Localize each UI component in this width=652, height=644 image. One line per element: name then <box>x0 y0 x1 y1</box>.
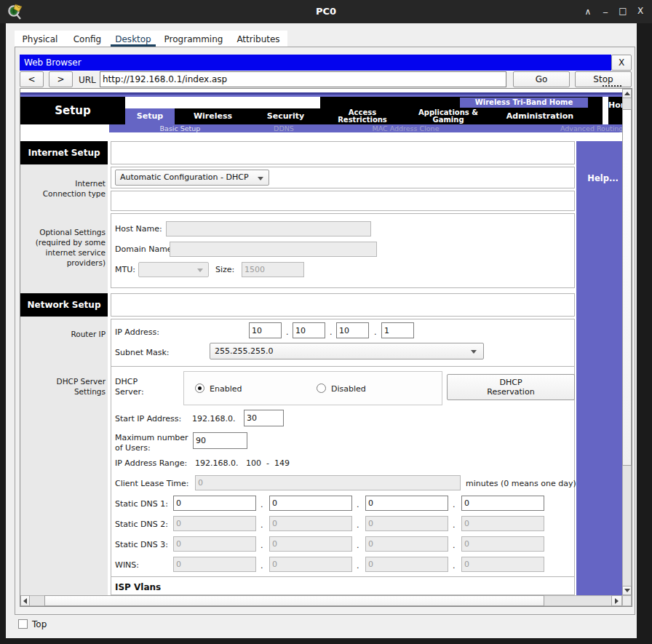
section-divider <box>111 366 574 367</box>
dns2-octet-4[interactable] <box>461 516 544 531</box>
minimize-button[interactable]: _ <box>600 3 611 13</box>
wins-octet-4[interactable] <box>461 557 544 572</box>
close-window-button[interactable]: X <box>635 6 646 16</box>
dhcp-disabled-radio[interactable] <box>317 383 326 393</box>
host-name-input[interactable] <box>166 221 371 236</box>
dhcp-server-label-line1: DHCP <box>115 377 138 386</box>
ip-octet-2-input[interactable] <box>293 322 325 338</box>
triangle-down-icon <box>624 589 630 592</box>
page-section-box: Setup <box>20 97 125 124</box>
vertical-scroll-thumb[interactable] <box>622 109 632 466</box>
section-divider <box>111 576 574 577</box>
tab-physical[interactable]: Physical <box>18 31 62 47</box>
ip-octet-3-input[interactable] <box>336 322 369 338</box>
optional-label-line4: providers) <box>24 258 106 267</box>
browser-close-button[interactable]: X <box>611 55 632 71</box>
browser-title: Web Browser <box>24 57 82 68</box>
window-titlebar: PC0 ∧ _ □ X <box>0 0 652 23</box>
scroll-left-button[interactable] <box>20 595 30 606</box>
wins-octet-3[interactable] <box>365 557 448 572</box>
isp-vlans-heading: ISP Vlans <box>115 582 161 592</box>
domain-name-input[interactable] <box>170 242 377 257</box>
scrollbar-corner <box>622 595 632 606</box>
dns2-octet-3[interactable] <box>365 516 448 531</box>
tab-programming[interactable]: Programming <box>162 31 226 47</box>
horizontal-scroll-thumb[interactable] <box>44 595 544 606</box>
lease-time-suffix: minutes (0 means one day) <box>466 479 576 488</box>
subnav-mac-address-clone[interactable]: MAC Address Clone <box>364 124 448 132</box>
dns3-octet-3[interactable] <box>365 536 448 552</box>
dhcp-enabled-label: Enabled <box>210 384 242 394</box>
subnav-ddns[interactable]: DDNS <box>262 124 306 132</box>
wins-octet-1[interactable] <box>173 557 256 572</box>
shade-button[interactable]: ∧ <box>582 7 594 17</box>
ip-address-label: IP Address: <box>115 327 159 337</box>
dns1-octet-2[interactable] <box>269 496 352 511</box>
internet-connection-label-line1: Internet <box>29 179 106 188</box>
nav-administration[interactable]: Administration <box>489 108 591 124</box>
mtu-label: MTU: <box>115 265 135 274</box>
subnav-basic-setup[interactable]: Basic Setup <box>146 124 215 132</box>
mtu-select[interactable] <box>138 262 209 277</box>
dns2-octet-1[interactable] <box>173 516 256 531</box>
dns1-octet-1[interactable] <box>173 496 256 511</box>
network-setup-spacer-box <box>111 293 575 317</box>
brand-overflow-box: Hor <box>608 97 622 124</box>
mtu-size-label: Size: <box>215 265 234 274</box>
scroll-down-button[interactable] <box>622 586 632 595</box>
network-setup-header: Network Setup <box>20 293 108 317</box>
dns1-octet-3[interactable] <box>365 496 448 511</box>
maximize-button[interactable]: □ <box>617 6 629 16</box>
go-button[interactable]: Go <box>513 71 570 87</box>
ip-octet-1-input[interactable] <box>249 322 282 338</box>
subnav-advanced-routing[interactable]: Advanced Routing <box>560 124 622 132</box>
ip-range-span: 100 - 149 <box>246 458 290 468</box>
nav-wireless[interactable]: Wireless <box>175 108 251 124</box>
scroll-right-button[interactable] <box>611 595 622 606</box>
dns3-octet-4[interactable] <box>461 536 544 552</box>
browser-forward-button[interactable]: > <box>49 71 73 87</box>
start-ip-label: Start IP Address: <box>115 414 181 424</box>
octet-dot: . <box>261 561 263 571</box>
nav-applications-gaming[interactable]: Applications & Gaming <box>408 108 489 124</box>
tab-attributes[interactable]: Attributes <box>233 31 284 47</box>
left-label-column <box>20 141 108 595</box>
dhcp-reservation-line2: Reservation <box>448 387 574 397</box>
tab-config[interactable]: Config <box>68 31 107 47</box>
dns3-octet-1[interactable] <box>173 536 256 552</box>
dns1-octet-4[interactable] <box>461 496 544 511</box>
app-icon <box>7 3 24 20</box>
browser-titlebar: Web Browser <box>20 55 611 71</box>
connection-type-select[interactable]: Automatic Configuration - DHCP <box>115 170 269 186</box>
start-ip-input[interactable] <box>244 410 284 426</box>
wins-octet-2[interactable] <box>269 557 352 572</box>
mtu-size-input[interactable] <box>242 262 304 277</box>
octet-dot: . <box>357 561 359 571</box>
chevron-down-icon <box>471 350 477 354</box>
triangle-up-icon <box>624 92 630 95</box>
lease-time-input[interactable] <box>195 475 461 490</box>
octet-dot: . <box>357 541 359 550</box>
host-name-label: Host Name: <box>115 224 162 234</box>
ip-octet-4-input[interactable] <box>381 322 414 338</box>
max-users-label-line2: of Users: <box>115 443 151 453</box>
dns2-octet-2[interactable] <box>269 516 352 531</box>
url-input[interactable] <box>100 71 506 87</box>
browser-back-button[interactable]: < <box>20 71 44 87</box>
dhcp-reservation-button[interactable]: DHCP Reservation <box>447 374 575 400</box>
nav-security[interactable]: Security <box>251 108 320 124</box>
help-link[interactable]: Help... <box>579 173 619 183</box>
top-checkbox[interactable] <box>18 619 28 629</box>
ip-range-prefix: 192.168.0. <box>195 458 238 468</box>
max-users-input[interactable] <box>193 432 247 449</box>
dhcp-enabled-radio[interactable] <box>195 383 204 393</box>
dhcp-server-label-line2: Server: <box>115 387 144 397</box>
scroll-up-button[interactable] <box>622 89 632 98</box>
nav-access-restrictions[interactable]: Access Restrictions <box>326 108 399 124</box>
subnet-mask-select[interactable]: 255.255.255.0 <box>210 343 484 359</box>
internet-setup-spacer-box <box>111 141 575 164</box>
dns3-octet-2[interactable] <box>269 536 352 552</box>
url-label: URL <box>79 75 96 85</box>
nav-setup[interactable]: Setup <box>125 108 175 124</box>
octet-dot: . <box>330 327 333 337</box>
